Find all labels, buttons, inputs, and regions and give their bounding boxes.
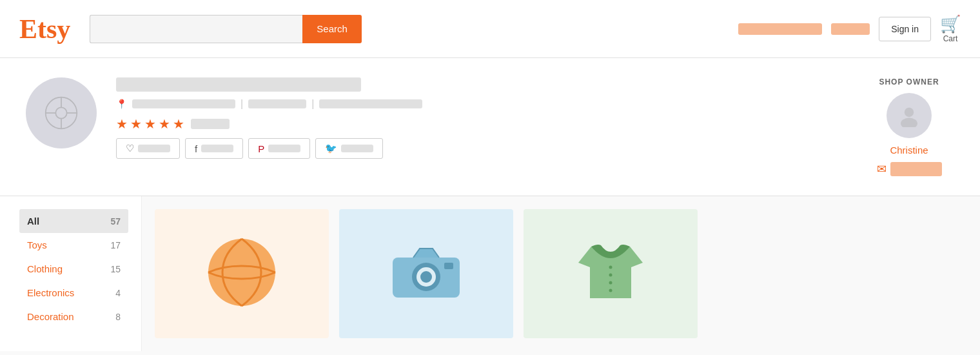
product-card-clothing[interactable] [524,209,698,338]
star-2: ★ [130,116,142,132]
category-decoration[interactable]: Decoration 8 [19,305,128,329]
shirt-icon [572,234,649,314]
category-electronics[interactable]: Electronics 4 [19,281,128,305]
owner-actions: ✉ [877,162,942,176]
pinterest-label [268,145,300,152]
signin-button[interactable]: Sign in [879,17,931,41]
header-nav: Sign in 🛒 Cart [738,14,961,43]
main-content: All 57 Toys 17 Clothing 15 Electronics 4… [0,196,980,351]
favorite-button[interactable]: ♡ [116,138,180,159]
star-5: ★ [173,116,184,132]
svg-point-12 [420,271,432,283]
header: Etsy Search Sign in 🛒 Cart [0,0,980,58]
search-button[interactable]: Search [302,15,362,43]
meta-item-3 [319,99,422,108]
location-text [132,99,235,108]
shop-avatar [26,77,97,148]
facebook-button[interactable]: f [185,138,243,159]
sidebar: All 57 Toys 17 Clothing 15 Electronics 4… [0,196,142,351]
svg-point-1 [55,107,66,118]
product-grid [142,196,980,351]
category-all-count: 57 [110,216,121,227]
cart-label: Cart [943,34,958,43]
shop-owner-section: SHOP OWNER Christine ✉ [864,77,954,176]
star-4: ★ [159,116,170,132]
basketball-icon [203,234,280,314]
camera-icon [387,234,465,314]
message-icon: ✉ [877,162,887,176]
pinterest-icon: P [258,143,264,154]
pinterest-button[interactable]: P [248,138,310,159]
category-toys[interactable]: Toys 17 [19,233,128,257]
category-clothing-count: 15 [110,264,121,274]
twitter-button[interactable]: 🐦 [315,138,383,159]
rating-count [191,119,230,129]
cart-button[interactable]: 🛒 Cart [940,14,961,43]
shop-info: 📍 | | ★ ★ ★ ★ ★ ♡ f P [116,77,845,159]
category-clothing[interactable]: Clothing 15 [19,257,128,281]
svg-point-16 [609,281,612,285]
facebook-label [201,145,233,152]
product-card-camera[interactable] [339,209,513,338]
location-icon: 📍 [116,99,127,109]
social-buttons: ♡ f P 🐦 [116,138,845,159]
category-toys-link[interactable]: Toys [27,239,47,250]
svg-point-15 [609,274,612,277]
shop-owner-label: SHOP OWNER [879,77,939,86]
svg-point-14 [609,266,612,269]
twitter-icon: 🐦 [325,143,337,154]
category-electronics-link[interactable]: Electronics [27,287,74,298]
search-input[interactable] [90,15,302,43]
favorite-label [138,145,170,152]
category-clothing-link[interactable]: Clothing [27,263,63,274]
nav-link-2[interactable] [831,23,870,35]
category-all-label: All [27,216,39,227]
logo: Etsy [19,14,70,45]
rating-stars: ★ ★ ★ ★ ★ [116,116,845,132]
category-all[interactable]: All 57 [19,209,128,233]
shop-name [116,77,361,92]
twitter-label [341,145,373,152]
svg-point-6 [905,108,914,117]
product-card-toys[interactable] [155,209,329,338]
owner-avatar [887,93,932,138]
facebook-icon: f [195,143,197,154]
nav-link-1[interactable] [738,23,822,35]
shop-profile: 📍 | | ★ ★ ★ ★ ★ ♡ f P [0,58,980,196]
search-bar: Search [90,15,373,43]
category-decoration-link[interactable]: Decoration [27,311,74,322]
svg-point-7 [901,118,917,127]
star-1: ★ [116,116,128,132]
owner-name: Christine [890,145,928,156]
category-toys-count: 17 [110,240,121,250]
category-decoration-count: 8 [115,312,121,322]
svg-point-8 [208,239,275,306]
contact-owner-button[interactable] [890,162,942,176]
heart-icon: ♡ [126,143,134,154]
meta-item-2 [248,99,306,108]
category-electronics-count: 4 [115,288,121,298]
svg-rect-13 [444,263,453,269]
shop-meta: 📍 | | [116,98,845,110]
star-3: ★ [144,116,156,132]
svg-point-17 [609,289,612,292]
